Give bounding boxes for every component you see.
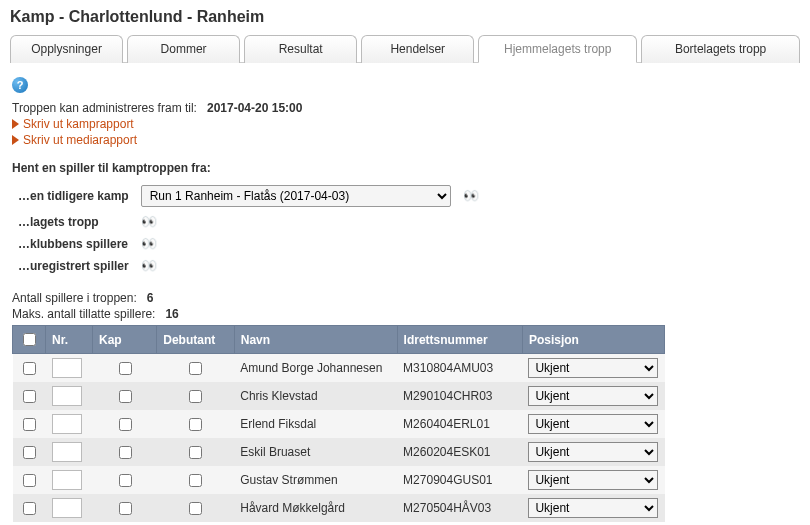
col-nr: Nr. (46, 326, 93, 354)
player-name: Eskil Bruaset (234, 438, 397, 466)
jersey-number-input[interactable] (52, 386, 82, 406)
debut-checkbox[interactable] (189, 390, 202, 403)
col-kap: Kap (92, 326, 156, 354)
col-id: Idrettsnummer (397, 326, 522, 354)
fetch-team-squad-label: …lagets tropp (12, 211, 135, 233)
select-all-checkbox[interactable] (23, 333, 36, 346)
player-count-label: Antall spillere i troppen: (12, 291, 137, 305)
position-select[interactable]: Ukjent (528, 386, 658, 406)
position-select[interactable]: Ukjent (528, 442, 658, 462)
admin-deadline-label: Troppen kan administreres fram til: (12, 101, 197, 115)
jersey-number-input[interactable] (52, 358, 82, 378)
print-match-report-link[interactable]: Skriv ut kamprapport (23, 117, 134, 131)
row-select-checkbox[interactable] (23, 446, 36, 459)
debut-checkbox[interactable] (189, 418, 202, 431)
max-players-value: 16 (165, 307, 178, 321)
player-id: M260204ESK01 (397, 438, 522, 466)
help-icon[interactable]: ? (12, 77, 28, 93)
player-id: M270904GUS01 (397, 466, 522, 494)
debut-checkbox[interactable] (189, 502, 202, 515)
row-select-checkbox[interactable] (23, 474, 36, 487)
col-select-all (13, 326, 46, 354)
captain-checkbox[interactable] (119, 390, 132, 403)
tab-hendelser[interactable]: Hendelser (361, 35, 474, 63)
max-players-label: Maks. antall tillatte spillere: (12, 307, 155, 321)
col-debut: Debutant (157, 326, 234, 354)
jersey-number-input[interactable] (52, 498, 82, 518)
position-select[interactable]: Ukjent (528, 414, 658, 434)
fetch-heading: Hent en spiller til kamptroppen fra: (12, 161, 798, 175)
row-select-checkbox[interactable] (23, 390, 36, 403)
fetch-unregistered-label: …uregistrert spiller (12, 255, 135, 277)
position-select[interactable]: Ukjent (528, 470, 658, 490)
captain-checkbox[interactable] (119, 418, 132, 431)
tab-dommer[interactable]: Dommer (127, 35, 240, 63)
player-name: Chris Klevstad (234, 382, 397, 410)
player-id: M260404ERL01 (397, 410, 522, 438)
row-select-checkbox[interactable] (23, 418, 36, 431)
player-id: M310804AMU03 (397, 354, 522, 383)
tab-bortelagets-tropp[interactable]: Bortelagets tropp (641, 35, 800, 63)
col-pos: Posisjon (522, 326, 664, 354)
binoculars-icon[interactable]: 👀 (141, 240, 154, 248)
player-id: M270504HÅV03 (397, 494, 522, 522)
row-select-checkbox[interactable] (23, 502, 36, 515)
debut-checkbox[interactable] (189, 474, 202, 487)
player-count-value: 6 (147, 291, 154, 305)
arrow-icon (12, 135, 19, 145)
player-name: Amund Borge Johannesen (234, 354, 397, 383)
player-id: M290104CHR03 (397, 382, 522, 410)
admin-deadline-value: 2017-04-20 15:00 (207, 101, 302, 115)
debut-checkbox[interactable] (189, 446, 202, 459)
tab-hjemmelagets-tropp[interactable]: Hjemmelagets tropp (478, 35, 637, 63)
player-name: Håvard Møkkelgård (234, 494, 397, 522)
page-title: Kamp - Charlottenlund - Ranheim (10, 8, 800, 26)
captain-checkbox[interactable] (119, 474, 132, 487)
jersey-number-input[interactable] (52, 470, 82, 490)
jersey-number-input[interactable] (52, 414, 82, 434)
jersey-number-input[interactable] (52, 442, 82, 462)
binoculars-icon[interactable]: 👀 (463, 192, 476, 200)
fetch-club-players-label: …klubbens spillere (12, 233, 135, 255)
captain-checkbox[interactable] (119, 502, 132, 515)
row-select-checkbox[interactable] (23, 362, 36, 375)
tab-resultat[interactable]: Resultat (244, 35, 357, 63)
player-name: Gustav Strømmen (234, 466, 397, 494)
tab-opplysninger[interactable]: Opplysninger (10, 35, 123, 63)
captain-checkbox[interactable] (119, 446, 132, 459)
binoculars-icon[interactable]: 👀 (141, 262, 154, 270)
arrow-icon (12, 119, 19, 129)
position-select[interactable]: Ukjent (528, 498, 658, 518)
prev-match-select[interactable]: Run 1 Ranheim - Flatås (2017-04-03) (141, 185, 451, 207)
captain-checkbox[interactable] (119, 362, 132, 375)
fetch-prev-match-label: …en tidligere kamp (12, 181, 135, 211)
position-select[interactable]: Ukjent (528, 358, 658, 378)
col-name: Navn (234, 326, 397, 354)
binoculars-icon[interactable]: 👀 (141, 218, 154, 226)
debut-checkbox[interactable] (189, 362, 202, 375)
player-name: Erlend Fiksdal (234, 410, 397, 438)
print-media-report-link[interactable]: Skriv ut mediarapport (23, 133, 137, 147)
